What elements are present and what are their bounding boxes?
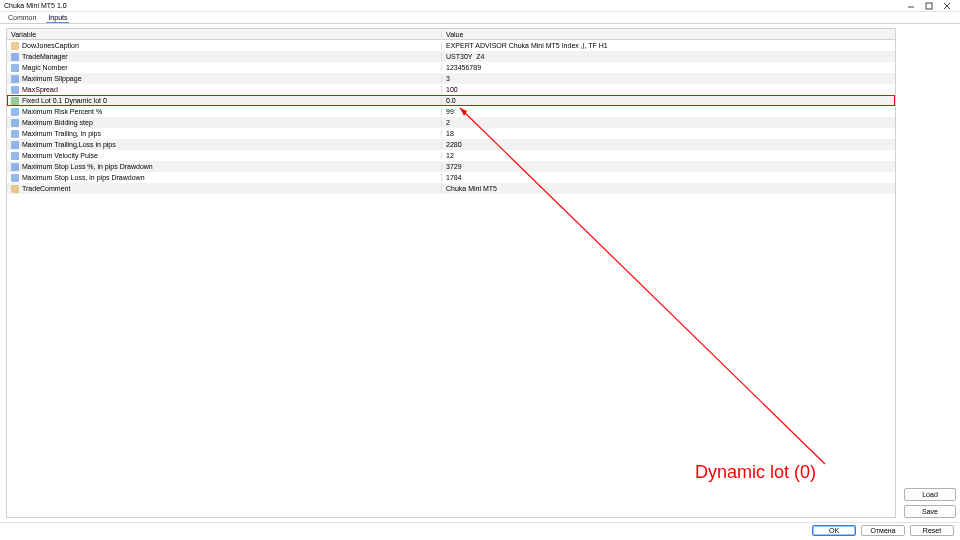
int-icon [11, 108, 19, 116]
variable-label: Maximum Velocity Pulse [22, 152, 98, 159]
value-cell[interactable]: 3 [442, 75, 895, 82]
cancel-button[interactable]: Отмена [861, 525, 905, 536]
value-cell[interactable]: 3729 [442, 163, 895, 170]
float-icon [11, 97, 19, 105]
variable-label: Fixed Lot 0.1 Dynamic lot 0 [22, 97, 107, 104]
int-icon [11, 152, 19, 160]
variable-cell[interactable]: Maximum Slippage [7, 75, 442, 83]
variable-label: Maximum Stop Loss %, in pips Drawdown [22, 163, 153, 170]
grid-wrap: Variable Value DowJonesCaptionEXPERT ADV… [0, 24, 900, 522]
tab-inputs[interactable]: Inputs [46, 14, 69, 23]
variable-cell[interactable]: Fixed Lot 0.1 Dynamic lot 0 [7, 97, 442, 105]
text-icon [11, 42, 19, 50]
variable-cell[interactable]: TradeManager [7, 53, 442, 61]
table-row[interactable]: Maximum Trailing, in pips18 [7, 128, 895, 139]
value-cell[interactable]: 99 [442, 108, 895, 115]
int-icon [11, 64, 19, 72]
variable-cell[interactable]: DowJonesCaption [7, 42, 442, 50]
variable-cell[interactable]: Maximum Risk Percent % [7, 108, 442, 116]
int-icon [11, 75, 19, 83]
value-cell[interactable]: Chuka Mini MT5 [442, 185, 895, 192]
table-row[interactable]: Maximum Stop Loss %, in pips Drawdown372… [7, 161, 895, 172]
value-cell[interactable]: 2280 [442, 141, 895, 148]
table-row[interactable]: Maximum Risk Percent %99 [7, 106, 895, 117]
variable-label: Magic Nomber [22, 64, 68, 71]
variable-label: Maximum Stop Loss, in pips Drawdown [22, 174, 145, 181]
value-cell[interactable]: 1784 [442, 174, 895, 181]
load-button[interactable]: Load [904, 488, 956, 501]
value-cell[interactable]: 123456789 [442, 64, 895, 71]
table-row[interactable]: Maximum Trailing,Loss in pips2280 [7, 139, 895, 150]
variable-cell[interactable]: Maximum Stop Loss %, in pips Drawdown [7, 163, 442, 171]
int-icon [11, 119, 19, 127]
int-icon [11, 130, 19, 138]
inputs-grid: Variable Value DowJonesCaptionEXPERT ADV… [6, 28, 896, 518]
side-panel: Load Save [900, 24, 960, 522]
variable-cell[interactable]: Maximum Bidding step [7, 119, 442, 127]
variable-cell[interactable]: Maximum Trailing, in pips [7, 130, 442, 138]
int-icon [11, 174, 19, 182]
value-cell[interactable]: 0.0 [442, 97, 895, 104]
value-cell[interactable]: 100 [442, 86, 895, 93]
variable-label: MaxSpread [22, 86, 58, 93]
variable-cell[interactable]: Maximum Trailing,Loss in pips [7, 141, 442, 149]
table-row[interactable]: Maximum Slippage3 [7, 73, 895, 84]
tab-bar: Common Inputs [0, 12, 960, 24]
variable-label: TradeManager [22, 53, 68, 60]
variable-label: Maximum Trailing, in pips [22, 130, 101, 137]
variable-cell[interactable]: Maximum Stop Loss, in pips Drawdown [7, 174, 442, 182]
maximize-button[interactable] [920, 0, 938, 12]
table-row[interactable]: Fixed Lot 0.1 Dynamic lot 00.0 [7, 95, 895, 106]
table-row[interactable]: TradeCommentChuka Mini MT5 [7, 183, 895, 194]
header-variable[interactable]: Variable [7, 31, 442, 38]
int-icon [11, 163, 19, 171]
table-row[interactable]: DowJonesCaptionEXPERT ADVISOR Chuka Mini… [7, 40, 895, 51]
variable-label: Maximum Trailing,Loss in pips [22, 141, 116, 148]
variable-label: DowJonesCaption [22, 42, 79, 49]
svg-rect-1 [926, 3, 932, 9]
int-icon [11, 141, 19, 149]
table-row[interactable]: Maximum Stop Loss, in pips Drawdown1784 [7, 172, 895, 183]
variable-cell[interactable]: Maximum Velocity Pulse [7, 152, 442, 160]
variable-label: TradeComment [22, 185, 70, 192]
variable-label: Maximum Bidding step [22, 119, 93, 126]
minimize-button[interactable] [902, 0, 920, 12]
ok-button[interactable]: OK [812, 525, 856, 536]
window-controls [902, 0, 956, 12]
window-title: Chuka Mini MT5 1.0 [4, 2, 902, 9]
table-row[interactable]: TradeManagerUST30Y_Z4 [7, 51, 895, 62]
text-icon [11, 185, 19, 193]
variable-label: Maximum Slippage [22, 75, 82, 82]
titlebar: Chuka Mini MT5 1.0 [0, 0, 960, 12]
save-button[interactable]: Save [904, 505, 956, 518]
value-cell[interactable]: UST30Y_Z4 [442, 53, 895, 60]
close-button[interactable] [938, 0, 956, 12]
table-row[interactable]: Magic Nomber123456789 [7, 62, 895, 73]
variable-cell[interactable]: MaxSpread [7, 86, 442, 94]
table-row[interactable]: Maximum Velocity Pulse12 [7, 150, 895, 161]
variable-cell[interactable]: TradeComment [7, 185, 442, 193]
text-icon [11, 53, 19, 61]
variable-label: Maximum Risk Percent % [22, 108, 102, 115]
footer: OK Отмена Reset [0, 522, 960, 538]
value-cell[interactable]: 18 [442, 130, 895, 137]
table-row[interactable]: MaxSpread100 [7, 84, 895, 95]
reset-button[interactable]: Reset [910, 525, 954, 536]
grid-header: Variable Value [7, 29, 895, 40]
table-row[interactable]: Maximum Bidding step2 [7, 117, 895, 128]
int-icon [11, 86, 19, 94]
tab-common[interactable]: Common [6, 14, 38, 23]
header-value[interactable]: Value [442, 31, 895, 38]
variable-cell[interactable]: Magic Nomber [7, 64, 442, 72]
value-cell[interactable]: 12 [442, 152, 895, 159]
value-cell[interactable]: EXPERT ADVISOR Chuka Mini MT5 Index ,|, … [442, 42, 895, 49]
main-area: Variable Value DowJonesCaptionEXPERT ADV… [0, 24, 960, 522]
value-cell[interactable]: 2 [442, 119, 895, 126]
